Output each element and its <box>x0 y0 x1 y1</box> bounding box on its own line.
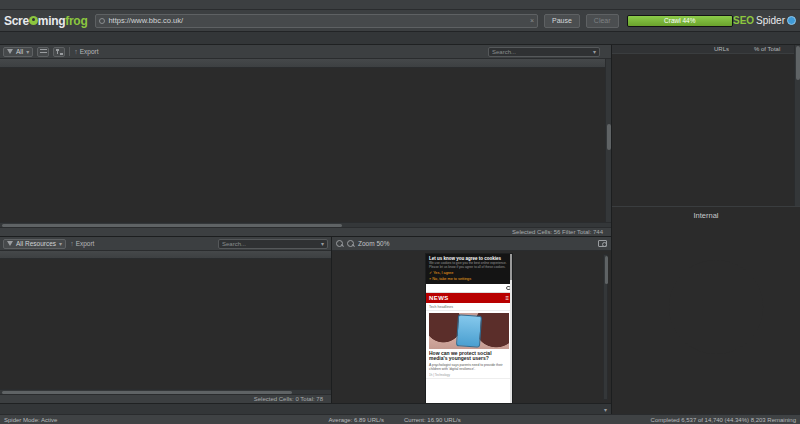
cookie-settings-link: × No, take me to settings <box>429 277 509 282</box>
breadcrumb: Tech headlines <box>426 303 512 311</box>
resources-horizontal-scrollbar[interactable] <box>0 389 331 394</box>
resources-export-button[interactable]: ↑Export <box>70 240 94 247</box>
overview-scrollbar[interactable] <box>794 45 800 206</box>
page-scrollbar <box>510 254 512 403</box>
brand-spider: Spider <box>756 15 785 26</box>
zoom-out-icon[interactable] <box>347 240 355 248</box>
cross-icon: × <box>429 277 431 281</box>
completion-status: Completed 6,537 of 14,740 (44.34%) 8,203… <box>651 415 796 424</box>
screenshot-icon[interactable] <box>598 240 607 247</box>
logo-text: Scre <box>4 14 29 28</box>
news-masthead: NEWS ≡ <box>426 293 512 303</box>
overview-panel: URLs % of Total Internal <box>612 45 800 414</box>
chevron-down-icon: ▾ <box>321 240 324 247</box>
resources-table-body <box>0 259 331 389</box>
preview-scrollbar[interactable] <box>603 254 608 400</box>
app-logo: Scremingfrog <box>4 14 87 28</box>
zoom-in-icon[interactable] <box>336 240 344 248</box>
list-view-icon <box>40 49 47 55</box>
export-label: Export <box>76 240 95 247</box>
chart-title: Internal <box>612 211 800 220</box>
donut-hole <box>669 260 763 354</box>
average-speed: Average: 6.89 URL/s <box>328 415 384 424</box>
crawl-selection-status: Selected Cells: 56 Filter Total: 744 <box>0 227 611 236</box>
scrollbar-thumb[interactable] <box>2 391 292 394</box>
overview-list <box>612 54 800 206</box>
url-clear-icon[interactable]: × <box>530 17 534 24</box>
settings-text: No, take me to settings <box>432 277 471 281</box>
agree-text: Yes, I agree <box>433 271 453 275</box>
phone-graphic <box>456 314 482 348</box>
article-image <box>429 313 509 349</box>
chevron-down-icon: ▾ <box>59 240 62 247</box>
export-icon: ↑ <box>74 49 78 55</box>
crawl-table-header <box>0 59 611 68</box>
resources-selection-status: Selected Cells: 0 Total: 78 <box>0 394 331 403</box>
seo-spider-brand: SEO Spider <box>733 15 796 26</box>
screaming-frog-window: Scremingfrog × Pause Clear Crawl 44% SEO… <box>0 0 800 424</box>
resources-search-box: ▾ <box>218 239 328 249</box>
rendered-page-panel: Zoom 50% Let us know you agree to cookie… <box>332 237 611 403</box>
filter-icon <box>7 241 13 246</box>
article-standfirst: A psychologist says parents need to prov… <box>426 362 512 371</box>
resources-table-header <box>0 251 331 259</box>
left-pane: All ▾ ↑Export ▾ Selected Cells: 56 Filte… <box>0 45 612 414</box>
crawl-search-box: ▾ <box>488 47 600 57</box>
tabs-overflow-icon[interactable]: ▾ <box>604 406 609 413</box>
article-headline: How can we protect social media's younge… <box>426 349 512 363</box>
article-meta: 1h | Technology <box>426 372 512 379</box>
globe-icon <box>99 18 105 24</box>
resources-panel: All Resources ▾ ↑Export ▾ Selected Cells… <box>0 237 332 403</box>
chevron-down-icon: ▾ <box>593 48 596 55</box>
crawl-horizontal-scrollbar[interactable] <box>0 222 611 227</box>
check-icon: ✓ <box>429 271 432 275</box>
clear-button[interactable]: Clear <box>586 14 619 28</box>
hamburger-icon: ≡ <box>505 295 509 301</box>
tree-view-button[interactable] <box>53 47 65 57</box>
spider-mode-status: Spider Mode: Active <box>4 415 57 424</box>
menu-bar <box>0 0 800 10</box>
tree-view-icon <box>56 49 63 55</box>
bottom-panels: All Resources ▾ ↑Export ▾ Selected Cells… <box>0 236 611 403</box>
export-label: Export <box>80 48 99 55</box>
bbc-header <box>426 284 512 293</box>
scrollbar-thumb[interactable] <box>796 46 800 80</box>
pause-button[interactable]: Pause <box>544 14 580 28</box>
brand-seo: SEO <box>733 15 754 26</box>
preview-area: Let us know you agree to cookies We use … <box>332 251 611 403</box>
divider <box>69 47 70 56</box>
scrollbar-thumb[interactable] <box>2 224 342 227</box>
resources-filter-row: All Resources ▾ ↑Export ▾ <box>0 237 331 251</box>
crawl-table <box>0 59 611 222</box>
current-speed: Current: 16.90 URL/s <box>404 415 461 424</box>
resources-search-input[interactable] <box>222 241 321 247</box>
spider-icon <box>787 16 796 25</box>
crawl-table-body <box>0 68 611 222</box>
cookie-agree-link: ✓ Yes, I agree <box>429 271 509 276</box>
crawl-progress-bar: Crawl 44% <box>627 15 733 27</box>
logo-text: ming <box>38 14 65 28</box>
detail-tab-bar: ▾ <box>0 403 611 414</box>
column-urls: URLs <box>714 45 754 53</box>
list-view-button[interactable] <box>37 47 49 57</box>
crawl-filter-row: All ▾ ↑Export ▾ <box>0 45 611 59</box>
resources-filter-dropdown[interactable]: All Resources ▾ <box>3 239 66 249</box>
news-title: NEWS <box>429 295 449 301</box>
scrollbar-thumb[interactable] <box>605 256 608 284</box>
chevron-down-icon: ▾ <box>26 48 29 55</box>
scrollbar-thumb[interactable] <box>607 124 611 150</box>
url-bar: × <box>95 14 538 28</box>
export-icon: ↑ <box>70 241 74 247</box>
filter-icon <box>7 49 13 54</box>
crawl-search-input[interactable] <box>492 49 593 55</box>
filter-label: All <box>16 48 23 55</box>
export-button[interactable]: ↑Export <box>74 48 98 55</box>
rendered-page: Let us know you agree to cookies We use … <box>426 254 512 403</box>
internal-donut-chart <box>632 223 800 391</box>
crawl-filter-dropdown[interactable]: All ▾ <box>3 47 33 57</box>
url-input[interactable] <box>108 16 529 25</box>
logo-text: frog <box>65 14 87 28</box>
crawl-vertical-scrollbar[interactable] <box>605 59 611 222</box>
content-area: All ▾ ↑Export ▾ Selected Cells: 56 Filte… <box>0 45 800 414</box>
main-tab-bar <box>0 32 800 45</box>
